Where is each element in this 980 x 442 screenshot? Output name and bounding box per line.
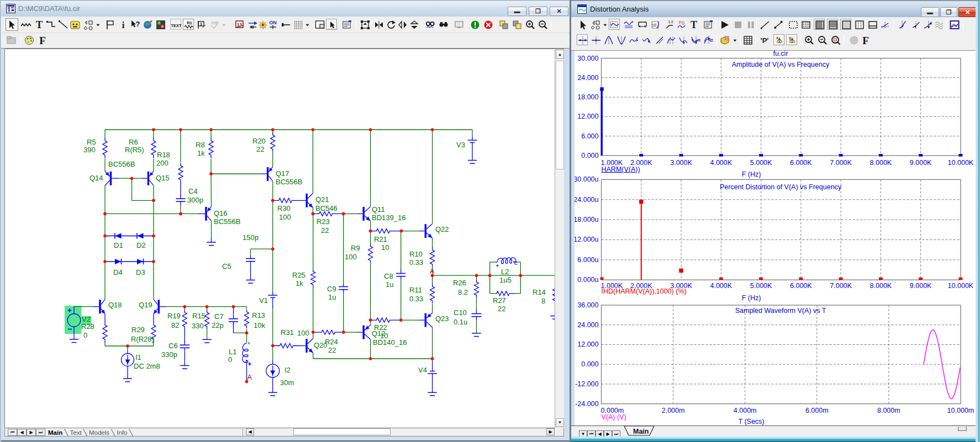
- svg-text:D3: D3: [136, 268, 145, 276]
- svg-text:0.000u: 0.000u: [577, 276, 598, 284]
- svg-text:2.000m: 2.000m: [662, 407, 685, 414]
- svg-text:R28: R28: [81, 322, 94, 331]
- svg-text:7.000K: 7.000K: [830, 159, 852, 167]
- svg-text:T: T: [691, 19, 697, 30]
- svg-text:8.000K: 8.000K: [870, 159, 892, 167]
- svg-text:8.2: 8.2: [458, 288, 468, 296]
- svg-text:F: F: [39, 35, 46, 46]
- svg-text:?: ?: [136, 20, 140, 28]
- svg-text:+: +: [496, 262, 499, 269]
- svg-text:DC 2m8: DC 2m8: [134, 362, 160, 370]
- svg-text:10: 10: [381, 243, 389, 252]
- svg-text:Q23: Q23: [435, 315, 449, 323]
- svg-text:D2: D2: [136, 241, 146, 249]
- svg-text:R30: R30: [277, 204, 291, 212]
- svg-text:6.000: 6.000: [581, 132, 598, 140]
- svg-text:1k: 1k: [197, 149, 205, 157]
- svg-text:R(R28): R(R28): [131, 335, 154, 343]
- svg-text:0.33: 0.33: [409, 258, 423, 267]
- svg-text:18.000u: 18.000u: [575, 216, 599, 223]
- svg-text:C10: C10: [454, 308, 467, 317]
- svg-text:C8: C8: [384, 272, 393, 280]
- svg-text:0.1u: 0.1u: [454, 318, 467, 326]
- svg-text:10.000K: 10.000K: [948, 282, 974, 290]
- svg-text:150p: 150p: [243, 233, 259, 242]
- svg-text:330: 330: [192, 322, 204, 330]
- svg-text:0: 0: [83, 331, 87, 339]
- svg-text:9.000K: 9.000K: [910, 159, 932, 167]
- svg-text:I2: I2: [284, 366, 291, 374]
- svg-text:R8: R8: [196, 141, 205, 149]
- svg-text:8: 8: [541, 297, 545, 305]
- svg-text:Q20: Q20: [314, 341, 328, 349]
- svg-text:5.000K: 5.000K: [750, 282, 772, 290]
- svg-text:BD139_16: BD139_16: [372, 214, 405, 222]
- svg-text:C5: C5: [222, 262, 231, 270]
- svg-text:30m: 30m: [280, 379, 294, 387]
- svg-text:Q22: Q22: [435, 225, 449, 233]
- svg-text:22: 22: [321, 226, 329, 235]
- svg-text:A: A: [247, 374, 252, 381]
- svg-text:3.000K: 3.000K: [670, 159, 692, 167]
- svg-text:F (Hz): F (Hz): [742, 171, 761, 178]
- svg-text:ON: ON: [269, 20, 277, 25]
- svg-text:C7: C7: [214, 312, 224, 321]
- svg-text:8.000m: 8.000m: [877, 407, 900, 414]
- svg-text:F: F: [862, 35, 869, 46]
- svg-text:Q16: Q16: [214, 209, 228, 217]
- svg-text:T: T: [36, 19, 43, 30]
- svg-text:R11: R11: [409, 286, 422, 294]
- svg-text:1u: 1u: [328, 293, 336, 301]
- svg-text:Q21: Q21: [315, 195, 329, 204]
- svg-text:7.000K: 7.000K: [830, 282, 852, 290]
- svg-text:-12.000: -12.000: [575, 380, 598, 388]
- svg-text:HARM(V(A)): HARM(V(A)): [602, 166, 640, 173]
- svg-text:Q18: Q18: [108, 301, 122, 309]
- svg-text:R18: R18: [157, 151, 170, 159]
- svg-text:BD140_16: BD140_16: [373, 338, 407, 347]
- svg-text:R(R5): R(R5): [125, 146, 144, 154]
- svg-text:24.000u: 24.000u: [575, 196, 599, 204]
- svg-text:30.000u: 30.000u: [575, 175, 599, 183]
- svg-text:22: 22: [498, 305, 505, 313]
- svg-text:1u5: 1u5: [499, 276, 512, 284]
- svg-text:VIP: VIP: [212, 20, 219, 25]
- svg-text:10k: 10k: [254, 321, 265, 329]
- svg-text:!: !: [459, 22, 460, 27]
- svg-text:6.000K: 6.000K: [790, 282, 812, 290]
- svg-text:BC556B: BC556B: [108, 160, 135, 168]
- svg-text:30.000: 30.000: [577, 55, 598, 62]
- svg-text:R21: R21: [374, 235, 387, 243]
- svg-text:12.000u: 12.000u: [575, 236, 599, 243]
- svg-text:24.000: 24.000: [577, 74, 598, 82]
- svg-text:4.000m: 4.000m: [734, 407, 757, 414]
- svg-text:18.000: 18.000: [577, 93, 598, 101]
- svg-text:R14: R14: [533, 288, 546, 296]
- svg-text:R20: R20: [252, 137, 266, 145]
- svg-text:10: 10: [652, 23, 656, 27]
- svg-text:22p: 22p: [212, 321, 224, 329]
- svg-text:I1: I1: [135, 353, 141, 361]
- svg-text:R6: R6: [129, 138, 138, 146]
- svg-text:V4: V4: [418, 366, 427, 374]
- svg-text:Amplitude of V(A) vs Frequency: Amplitude of V(A) vs Frequency: [732, 61, 830, 68]
- svg-text:R19: R19: [167, 312, 181, 320]
- svg-text:330p: 330p: [161, 350, 177, 359]
- svg-text:6.000u: 6.000u: [577, 256, 598, 264]
- svg-text:R1: R1: [187, 20, 192, 25]
- svg-text:8.000K: 8.000K: [870, 282, 892, 290]
- svg-text:R5: R5: [87, 138, 96, 146]
- svg-text:0.000: 0.000: [581, 152, 598, 159]
- svg-text:6.000K: 6.000K: [790, 159, 812, 167]
- svg-text:1: 1: [200, 22, 203, 26]
- svg-text:L2: L2: [501, 268, 509, 276]
- svg-text:−: −: [514, 260, 518, 268]
- svg-text:5.000K: 5.000K: [750, 159, 772, 167]
- svg-text:9.000K: 9.000K: [910, 282, 932, 290]
- svg-text:Q17: Q17: [276, 169, 289, 178]
- svg-text:0.000: 0.000: [581, 360, 598, 368]
- svg-text:IHD(HARM(V(A)),1000) (%): IHD(HARM(V(A)),1000) (%): [602, 287, 687, 295]
- svg-text:L1: L1: [229, 348, 236, 356]
- svg-text:12.000: 12.000: [577, 340, 598, 348]
- svg-text:R23: R23: [317, 217, 330, 226]
